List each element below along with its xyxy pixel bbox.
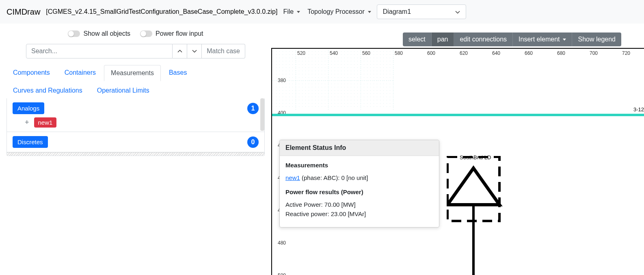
match-case-button[interactable]: Match case — [202, 44, 245, 58]
bus-label: 3-12 — [633, 106, 644, 113]
tree-group-discretes: Discretes 0 — [7, 132, 264, 152]
tree-tabs: Components Containers Measurements Bases… — [0, 65, 271, 98]
tab-measurements[interactable]: Measurements — [104, 65, 161, 81]
element-status-popup: Element Status Info Measurements new1 (p… — [279, 140, 439, 227]
diagram-select[interactable]: Diagram1 — [377, 4, 466, 19]
select-mode-button[interactable]: select — [403, 32, 432, 46]
chevron-down-icon — [297, 11, 300, 13]
navbar: CIMDraw [CGMES_v2.4.15_SmallGridTestConf… — [0, 0, 644, 24]
measurement-link[interactable]: new1 — [285, 174, 300, 181]
tree-group-analogs: Analogs 1 — [7, 98, 264, 114]
tab-bases[interactable]: Bases — [162, 65, 193, 81]
reactive-power-value: Reactive power: 23.00 [MVAr] — [285, 210, 433, 217]
insert-element-button[interactable]: Insert element — [513, 32, 572, 46]
object-tree: Analogs 1 + new1 Discretes 0 — [6, 98, 265, 156]
svg-rect-2 — [272, 49, 394, 110]
tab-containers[interactable]: Containers — [58, 65, 102, 81]
grid-background — [272, 49, 394, 110]
scrollbar[interactable] — [260, 98, 264, 131]
tree-item: + new1 — [7, 114, 264, 132]
measurement-detail: (phase: ABC): 0 [no unit] — [300, 174, 368, 181]
popup-title: Element Status Info — [280, 140, 439, 156]
ruler-x: 520 540 560 580 600 620 640 660 680 700 … — [272, 49, 644, 57]
chevron-down-icon — [563, 39, 566, 41]
resize-handle[interactable] — [7, 152, 264, 156]
edit-connections-button[interactable]: edit connections — [454, 32, 513, 46]
load-label: SouthBnd LD — [460, 154, 491, 160]
show-all-label: Show all objects — [83, 30, 130, 37]
measurements-heading: Measurements — [285, 162, 433, 169]
canvas-toolbar: select pan edit connections Insert eleme… — [403, 32, 621, 46]
powerflow-toggle[interactable] — [140, 30, 152, 37]
tab-curves[interactable]: Curves and Regulations — [6, 83, 89, 98]
chevron-down-icon — [455, 8, 460, 15]
bus-bar[interactable]: 3-12 — [272, 114, 644, 116]
show-all-toggle[interactable] — [68, 30, 80, 37]
loaded-filename: [CGMES_v2.4.15_SmallGridTestConfiguratio… — [46, 8, 277, 15]
discretes-count: 0 — [247, 136, 259, 148]
plus-icon[interactable]: + — [23, 118, 31, 127]
load-element[interactable]: SouthBnd LD — [447, 156, 508, 275]
left-panel: Show all objects Power flow input Match … — [0, 24, 271, 275]
chevron-down-icon — [368, 11, 371, 13]
search-next-button[interactable] — [187, 44, 202, 58]
tab-components[interactable]: Components — [6, 65, 56, 81]
active-power-value: Active Power: 70.00 [MW] — [285, 201, 433, 208]
powerflow-label: Power flow input — [156, 30, 203, 37]
analogs-count: 1 — [247, 103, 259, 114]
file-menu[interactable]: File — [281, 8, 302, 15]
app-brand: CIMDraw — [6, 7, 40, 17]
powerflow-heading: Power flow results (Power) — [285, 188, 433, 195]
topology-menu[interactable]: Topology Processor — [306, 8, 373, 15]
search-input[interactable] — [26, 44, 173, 58]
pan-mode-button[interactable]: pan — [432, 32, 454, 46]
discretes-button[interactable]: Discretes — [13, 136, 48, 148]
tab-oplimits[interactable]: Operational Limits — [91, 83, 156, 98]
analogs-button[interactable]: Analogs — [13, 102, 44, 114]
diagram-canvas[interactable]: select pan edit connections Insert eleme… — [271, 48, 644, 275]
analog-item-new1[interactable]: new1 — [34, 117, 57, 128]
show-legend-button[interactable]: Show legend — [572, 32, 621, 46]
search-prev-button[interactable] — [173, 44, 187, 58]
